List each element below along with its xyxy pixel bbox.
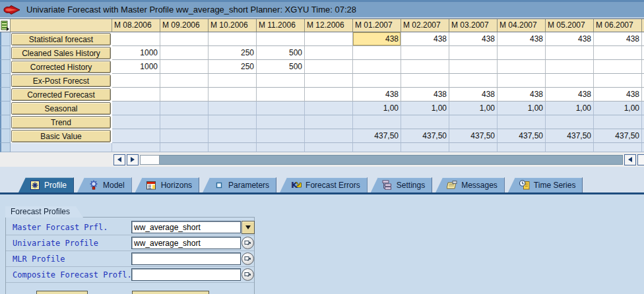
grid-cell[interactable] bbox=[305, 46, 353, 60]
scroll-left-button[interactable] bbox=[113, 154, 125, 165]
grid-cell[interactable] bbox=[209, 102, 257, 115]
grid-cell[interactable] bbox=[546, 115, 594, 129]
grid-cell[interactable]: 437,50 bbox=[449, 129, 498, 143]
column-header-m-05-2007[interactable]: M 05.2007 bbox=[546, 19, 594, 32]
grid-cell[interactable] bbox=[498, 74, 546, 88]
grid-cell[interactable] bbox=[257, 115, 305, 129]
grid-cell[interactable] bbox=[112, 88, 160, 102]
grid-cell[interactable] bbox=[305, 88, 353, 102]
grid-cell[interactable] bbox=[546, 60, 594, 74]
tab-horizons[interactable]: Horizons bbox=[135, 177, 199, 192]
grid-cell[interactable] bbox=[401, 60, 449, 74]
tab-messages[interactable]: Messages bbox=[435, 177, 505, 192]
grid-cell[interactable]: 438 bbox=[353, 32, 401, 46]
grid-cell[interactable] bbox=[112, 102, 160, 115]
scroll-right-end-button[interactable] bbox=[637, 154, 644, 165]
column-header-m-03-2007[interactable]: M 03.2007 bbox=[449, 19, 498, 32]
bottom-left-button[interactable] bbox=[36, 291, 88, 294]
grid-cell[interactable] bbox=[257, 74, 305, 88]
grid-cell[interactable] bbox=[449, 74, 498, 88]
grid-cell[interactable] bbox=[305, 129, 353, 143]
grid-cell[interactable]: 438 bbox=[353, 88, 401, 102]
composite-forecast-profl-input[interactable] bbox=[131, 268, 241, 281]
tab-parameters[interactable]: Parameters bbox=[203, 177, 276, 192]
grid-cell[interactable] bbox=[594, 74, 642, 88]
grid-cell[interactable]: 438 bbox=[546, 32, 594, 46]
grid-cell[interactable]: 438 bbox=[401, 32, 449, 46]
scrollbar-thumb[interactable] bbox=[140, 155, 160, 165]
row-header-button-statistical-forecast[interactable]: Statistical forecast bbox=[11, 33, 111, 45]
column-header-m-11-2006[interactable]: M 11.2006 bbox=[257, 19, 305, 32]
grid-cell[interactable] bbox=[353, 46, 401, 60]
grid-cell[interactable]: 500 bbox=[257, 46, 305, 60]
grid-cell[interactable] bbox=[401, 74, 449, 88]
composite-forecast-profl-matchcode-button[interactable] bbox=[242, 268, 254, 281]
select-all-corner-button[interactable] bbox=[0, 19, 11, 32]
grid-cell[interactable] bbox=[546, 46, 594, 60]
row-header-button-seasonal[interactable]: Seasonal bbox=[11, 102, 111, 115]
grid-cell[interactable]: 438 bbox=[594, 32, 642, 46]
grid-cell[interactable] bbox=[209, 32, 257, 46]
grid-cell[interactable]: 438 bbox=[594, 88, 642, 102]
row-selector[interactable] bbox=[0, 74, 11, 88]
grid-cell[interactable] bbox=[305, 102, 353, 115]
grid-cell[interactable] bbox=[209, 88, 257, 102]
tab-forecast-errors[interactable]: KForecast Errors bbox=[280, 177, 368, 192]
grid-cell[interactable]: 438 bbox=[498, 32, 546, 46]
grid-cell[interactable]: 438 bbox=[498, 88, 546, 102]
grid-cell[interactable] bbox=[160, 115, 209, 129]
grid-cell[interactable] bbox=[160, 102, 209, 115]
grid-cell[interactable] bbox=[353, 115, 401, 129]
grid-cell[interactable]: 437,50 bbox=[401, 129, 449, 143]
column-header-m-04-2007[interactable]: M 04.2007 bbox=[498, 19, 546, 32]
grid-cell[interactable]: 438 bbox=[401, 88, 449, 102]
grid-cell[interactable] bbox=[160, 129, 209, 143]
grid-cell[interactable] bbox=[498, 60, 546, 74]
column-header-m-10-2006[interactable]: M 10.2006 bbox=[209, 19, 257, 32]
grid-cell[interactable]: 1000 bbox=[112, 46, 160, 60]
grid-cell[interactable] bbox=[209, 129, 257, 143]
row-header-button-cleaned-sales-history[interactable]: Cleaned Sales History bbox=[11, 47, 111, 59]
grid-cell[interactable]: 250 bbox=[209, 60, 257, 74]
grid-cell[interactable] bbox=[546, 74, 594, 88]
grid-cell[interactable] bbox=[498, 115, 546, 129]
grid-cell[interactable] bbox=[112, 74, 160, 88]
master-forcast-prfl-input[interactable] bbox=[131, 221, 241, 233]
column-header-m-02-2007[interactable]: M 02.2007 bbox=[401, 19, 449, 32]
column-header-m-06-2007[interactable]: M 06.2007 bbox=[594, 19, 642, 32]
scrollbar-track[interactable] bbox=[160, 155, 623, 165]
grid-cell[interactable] bbox=[401, 46, 449, 60]
row-selector[interactable] bbox=[0, 88, 11, 102]
grid-cell[interactable] bbox=[401, 115, 449, 129]
row-selector[interactable] bbox=[0, 32, 11, 46]
column-header-m-08-2006[interactable]: M 08.2006 bbox=[112, 19, 160, 32]
grid-cell[interactable]: 1,00 bbox=[353, 102, 401, 115]
column-header-m-01-2007[interactable]: M 01.2007 bbox=[353, 19, 401, 32]
grid-cell[interactable] bbox=[449, 60, 498, 74]
grid-cell[interactable] bbox=[594, 46, 642, 60]
grid-cell[interactable] bbox=[257, 129, 305, 143]
grid-cell[interactable] bbox=[305, 32, 353, 46]
grid-cell[interactable] bbox=[449, 115, 498, 129]
row-header-button-corrected-forecast[interactable]: Corrected Forecast bbox=[11, 88, 111, 101]
grid-cell[interactable]: 500 bbox=[257, 60, 305, 74]
mlr-profile-input[interactable] bbox=[131, 252, 241, 265]
grid-cell[interactable]: 438 bbox=[546, 88, 594, 102]
grid-cell[interactable]: 250 bbox=[209, 46, 257, 60]
grid-cell[interactable]: 1,00 bbox=[449, 102, 498, 115]
grid-cell[interactable] bbox=[594, 115, 642, 129]
grid-cell[interactable]: 1,00 bbox=[546, 102, 594, 115]
grid-cell[interactable]: 437,50 bbox=[498, 129, 546, 143]
grid-cell[interactable]: 1000 bbox=[112, 60, 160, 74]
row-selector[interactable] bbox=[0, 60, 11, 74]
row-selector[interactable] bbox=[0, 143, 11, 152]
scroll-left-end-button[interactable] bbox=[624, 154, 636, 165]
column-header-m-09-2006[interactable]: M 09.2006 bbox=[160, 19, 209, 32]
grid-cell[interactable] bbox=[594, 60, 642, 74]
column-header-m-12-2006[interactable]: M 12.2006 bbox=[305, 19, 353, 32]
grid-cell[interactable] bbox=[112, 129, 160, 143]
grid-cell[interactable] bbox=[353, 74, 401, 88]
grid-cell[interactable]: 1,00 bbox=[498, 102, 546, 115]
row-header-button-basic-value[interactable]: Basic Value bbox=[11, 130, 111, 142]
tab-settings[interactable]: Settings bbox=[371, 177, 432, 192]
